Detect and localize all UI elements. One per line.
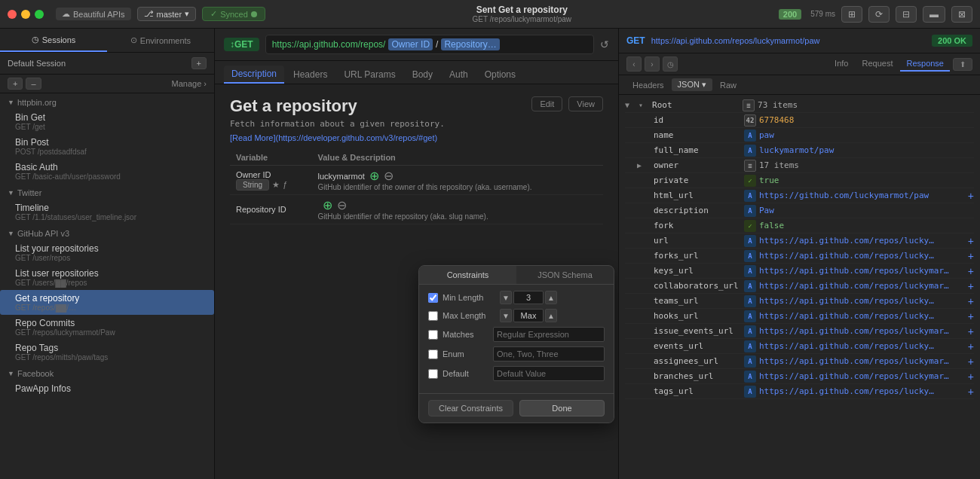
func-icon[interactable]: ƒ — [283, 180, 287, 189]
refresh-button[interactable]: ↺ — [600, 38, 609, 50]
tab-auth[interactable]: Auth — [442, 66, 476, 83]
remove-variable-button[interactable]: ⊖ — [384, 169, 394, 183]
clear-constraints-button[interactable]: Clear Constraints — [428, 400, 513, 416]
fullscreen-button[interactable] — [35, 10, 44, 19]
clock-button[interactable]: ◷ — [663, 56, 678, 72]
max-length-increment[interactable]: ▲ — [545, 309, 557, 322]
min-length-input[interactable] — [513, 291, 544, 304]
min-length-checkbox[interactable] — [428, 293, 438, 303]
add-to-request-button[interactable]: + — [968, 386, 974, 398]
sidebar-item-pawapp[interactable]: PawApp Infos — [0, 380, 214, 397]
constraint-default: Default — [428, 366, 605, 381]
sidebar-item-basic-auth[interactable]: Basic Auth GET /basic-auth/user/password — [0, 159, 214, 184]
popup-tab-constraints[interactable]: Constraints — [419, 266, 516, 284]
json-tree: ▼▾Root≡73 itemsid426778468nameApawfull_n… — [619, 95, 980, 479]
add-to-request-button[interactable]: + — [968, 310, 974, 322]
add-to-request-button[interactable]: + — [968, 355, 974, 368]
default-input[interactable] — [493, 366, 605, 381]
add-to-request-button[interactable]: + — [968, 265, 974, 277]
expand-icon[interactable]: ▼ — [625, 101, 635, 109]
sidebar-item-bin-post[interactable]: Bin Post POST /postdsadfdsaf — [0, 134, 214, 159]
add-to-request-button[interactable]: + — [968, 325, 974, 337]
sidebar-group-twitter[interactable]: ▼ Twitter — [0, 184, 214, 200]
type-badge[interactable]: String — [236, 179, 269, 191]
popup-tab-json-schema[interactable]: JSON Schema — [516, 266, 614, 284]
add-variable-button[interactable]: ⊕ — [369, 169, 379, 183]
prev-arrow[interactable]: ‹ — [626, 56, 642, 72]
sidebar-item-repo-commits[interactable]: Repo Commits GET /repos/luckymarmot/Paw — [0, 315, 214, 340]
view-button[interactable]: View — [568, 96, 603, 111]
tab-info[interactable]: Info — [828, 56, 854, 72]
enum-input[interactable] — [493, 346, 605, 362]
min-length-increment[interactable]: ▲ — [545, 291, 557, 304]
sidebar-item-list-user-repos[interactable]: List user repositories GET /users/▓▓/rep… — [0, 265, 214, 290]
add-to-request-button[interactable]: + — [968, 371, 974, 383]
expand-icon[interactable]: ▶ — [637, 161, 648, 169]
json-row[interactable]: ▼▾Root≡73 items — [625, 98, 974, 113]
tab-body[interactable]: Body — [405, 66, 440, 83]
subtab-json[interactable]: JSON ▾ — [672, 78, 712, 91]
title-main: Sent Get a repository — [271, 5, 773, 15]
request-link[interactable]: [Read More](https://developer.github.com… — [230, 133, 603, 142]
done-button[interactable]: Done — [519, 400, 605, 416]
add-to-request-button[interactable]: + — [968, 280, 974, 292]
tab-headers[interactable]: Headers — [286, 66, 335, 83]
enum-checkbox[interactable] — [428, 349, 438, 359]
sidebar-item-get-repo[interactable]: Get a repository GET /repos/▓▓/… — [0, 290, 214, 315]
layout-btn-2[interactable]: ⟳ — [868, 6, 890, 23]
layout-btn-4[interactable]: ▬ — [923, 6, 945, 23]
add-session-icon[interactable]: + — [191, 57, 207, 69]
tab-url-params[interactable]: URL Params — [336, 66, 403, 83]
tab-response[interactable]: Response — [900, 56, 950, 72]
next-arrow[interactable]: › — [645, 56, 660, 72]
sidebar-item-repo-tags[interactable]: Repo Tags GET /repos/mittsh/paw/tags — [0, 340, 214, 365]
branch-badge[interactable]: ⎇ master ▾ — [137, 7, 197, 21]
tab-options[interactable]: Options — [477, 66, 523, 83]
sidebar-item-timeline[interactable]: Timeline GET /1.1/statuses/user_timeline… — [0, 200, 214, 224]
max-length-checkbox[interactable] — [428, 311, 438, 321]
layout-btn-5[interactable]: ⊠ — [951, 6, 972, 23]
close-button[interactable] — [8, 10, 17, 19]
manage-button[interactable]: Manage › — [172, 79, 207, 88]
add-to-request-button[interactable]: + — [968, 235, 974, 247]
tab-description[interactable]: Description — [224, 66, 284, 84]
sidebar-group-facebook[interactable]: ▼ Facebook — [0, 365, 214, 380]
add-to-request-button[interactable]: + — [968, 295, 974, 307]
star-icon[interactable]: ★ — [272, 180, 280, 190]
tab-environments[interactable]: ⊙ Environments — [107, 29, 214, 52]
add-to-request-button[interactable]: + — [968, 340, 974, 352]
json-row: collaborators_urlAhttps://api.github.com… — [625, 279, 974, 294]
copy-button[interactable]: ⬆ — [953, 58, 972, 71]
sidebar-group-httpbin[interactable]: ▼ httpbin.org — [0, 93, 214, 109]
max-length-decrement[interactable]: ▼ — [500, 309, 512, 322]
matches-checkbox[interactable] — [428, 330, 438, 340]
remove-variable-button-2[interactable]: ⊖ — [337, 198, 347, 212]
layout-btn-3[interactable]: ⊟ — [896, 6, 917, 23]
url-bar[interactable]: https://api.github.com/repos/ Owner ID /… — [265, 35, 594, 54]
tab-request[interactable]: Request — [856, 56, 899, 72]
edit-button[interactable]: Edit — [531, 96, 562, 111]
subtab-raw[interactable]: Raw — [714, 79, 743, 91]
sidebar-item-list-repos[interactable]: List your repositories GET /user/repos — [0, 240, 214, 265]
json-row: teams_urlAhttps://api.github.com/repos/l… — [625, 294, 974, 309]
add-item-button[interactable]: + — [8, 78, 23, 90]
add-to-request-button[interactable]: + — [968, 190, 974, 202]
remove-item-button[interactable]: – — [26, 78, 41, 90]
matches-input[interactable] — [493, 327, 605, 342]
add-variable-button-2[interactable]: ⊕ — [323, 198, 332, 212]
sidebar-item-bin-get[interactable]: Bin Get GET /get — [0, 109, 214, 134]
layout-btn-1[interactable]: ⊞ — [841, 6, 862, 23]
json-row[interactable]: ▶owner≡17 items — [625, 158, 974, 173]
sidebar-group-github[interactable]: ▼ GitHub API v3 — [0, 224, 214, 240]
subtab-headers[interactable]: Headers — [626, 79, 670, 91]
json-key: events_url — [651, 341, 741, 351]
json-row: hooks_urlAhttps://api.github.com/repos/l… — [625, 309, 974, 324]
type-icon: A — [744, 355, 756, 368]
max-length-input[interactable] — [513, 309, 544, 322]
add-to-request-button[interactable]: + — [968, 250, 974, 262]
var-controls: String ★ ƒ — [236, 179, 306, 191]
tab-sessions[interactable]: ◷ Sessions — [0, 29, 107, 52]
min-length-decrement[interactable]: ▼ — [500, 291, 512, 304]
minimize-button[interactable] — [21, 10, 30, 19]
default-checkbox[interactable] — [428, 369, 438, 379]
